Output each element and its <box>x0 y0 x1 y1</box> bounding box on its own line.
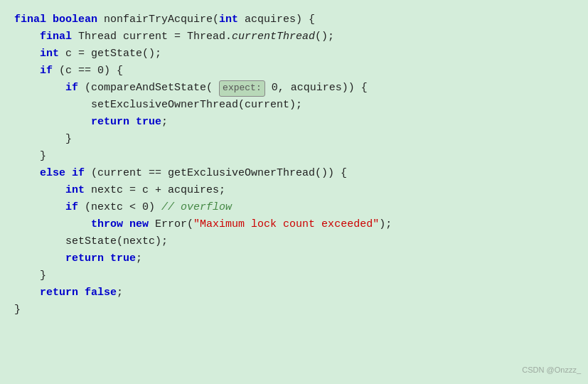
code-line-3: int c = getState(); <box>14 46 574 63</box>
code-line-14: setState(nextc); <box>14 233 574 250</box>
code-line-1: final boolean nonfairTryAcquire( int acq… <box>14 11 574 28</box>
keyword-final-2: final <box>40 28 72 46</box>
keyword-if-4: if <box>65 199 78 216</box>
keyword-else: else <box>40 165 65 182</box>
code-line-8: } <box>14 131 574 148</box>
code-line-11: int nextc = c + acquires; <box>14 182 574 199</box>
keyword-if-3: if <box>72 165 85 182</box>
keyword-int-2: int <box>40 46 59 63</box>
keyword-new: new <box>129 216 149 233</box>
comment-overflow: // overflow <box>161 199 232 216</box>
code-line-10: else if (current == getExclusiveOwnerThr… <box>14 165 574 182</box>
code-line-4: if (c == 0) { <box>14 63 574 80</box>
keyword-final-1: final <box>14 11 46 28</box>
string-error-msg: "Maximum lock count exceeded" <box>193 216 379 233</box>
watermark: CSDN @Onzzz_ <box>522 364 581 377</box>
expect-badge: expect: <box>219 80 265 97</box>
code-line-5: if (compareAndSetState( expect: 0, acqui… <box>14 80 574 97</box>
keyword-int-1: int <box>219 11 238 28</box>
code-line-6: setExclusiveOwnerThread(current); <box>14 97 574 114</box>
code-line-18: } <box>14 302 574 319</box>
code-line-17: return false ; <box>14 284 574 302</box>
keyword-throw: throw <box>91 216 123 233</box>
code-line-12: if (nextc < 0) // overflow <box>14 199 574 216</box>
keyword-if-1: if <box>40 63 53 80</box>
keyword-true-1: true <box>136 114 161 131</box>
keyword-return-2: return <box>65 250 104 267</box>
code-block: final boolean nonfairTryAcquire( int acq… <box>0 0 588 384</box>
code-line-13: throw new Error( "Maximum lock count exc… <box>14 216 574 233</box>
code-line-15: return true ; <box>14 250 574 267</box>
keyword-return-3: return <box>40 284 78 302</box>
keyword-int-3: int <box>65 182 85 199</box>
code-line-9: } <box>14 148 574 165</box>
code-line-2: final Thread current = Thread. currentTh… <box>14 28 574 46</box>
method-currentThread: currentThread <box>232 28 315 46</box>
code-line-7: return true ; <box>14 114 574 131</box>
keyword-boolean: boolean <box>53 11 97 28</box>
keyword-if-2: if <box>65 80 78 97</box>
keyword-true-2: true <box>110 250 136 267</box>
keyword-false: false <box>85 284 117 302</box>
code-line-16: } <box>14 267 574 284</box>
keyword-return-1: return <box>91 114 129 131</box>
